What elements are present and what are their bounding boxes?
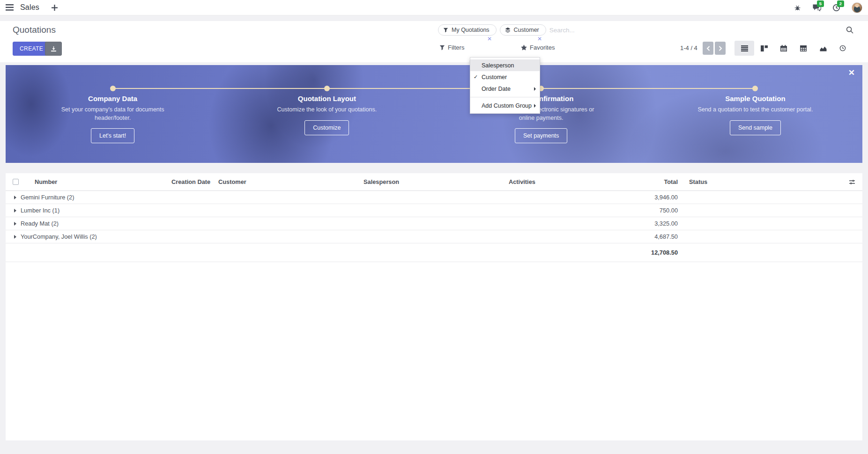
menu-item-label: Salesperson [482, 62, 514, 69]
menu-item-order-date[interactable]: Order Date [470, 83, 540, 95]
top-navbar: Sales 5 2 [0, 0, 868, 15]
group-name: Lumber Inc (1) [21, 207, 59, 214]
menu-item-customer[interactable]: ✓ Customer [470, 71, 540, 83]
plus-icon[interactable] [52, 5, 58, 11]
group-row-ready-mat[interactable]: Ready Mat (2) 3,325.00 [6, 217, 862, 230]
submenu-caret-icon [534, 104, 536, 108]
column-header-status[interactable]: Status [683, 178, 842, 185]
step-title: Order Confirmation [434, 95, 648, 103]
column-header-number[interactable]: Number [24, 178, 165, 185]
column-header-creation-date[interactable]: Creation Date [165, 178, 212, 185]
facet-my-quotations[interactable]: My Quotations [438, 24, 497, 36]
list-header-row: Number Creation Date Customer Salesperso… [6, 173, 862, 191]
step-title: Company Data [6, 95, 220, 103]
expand-caret-icon[interactable] [14, 222, 16, 226]
pager-value: 1-4 / 4 [680, 44, 697, 51]
group-by-dropdown: Salesperson ✓ Customer Order Date Add Cu… [470, 57, 540, 114]
menu-item-label: Order Date [482, 86, 511, 92]
filter-icon [439, 45, 445, 51]
debug-bug-icon[interactable] [794, 4, 801, 11]
export-button[interactable] [45, 42, 62, 56]
group-total: 3,325.00 [589, 220, 683, 227]
expand-caret-icon[interactable] [14, 235, 16, 239]
control-panel: Quotations CREATE My Quotations Customer… [0, 21, 868, 62]
user-avatar[interactable] [852, 2, 862, 13]
activity-view-button[interactable] [833, 41, 853, 56]
step-dot [324, 86, 330, 91]
hamburger-menu-icon[interactable] [6, 4, 14, 11]
group-total: 4,687.50 [589, 233, 683, 240]
submenu-caret-icon [534, 87, 536, 91]
lets-start-button[interactable]: Let's start! [91, 128, 134, 143]
send-sample-button[interactable]: Send sample [730, 120, 781, 135]
group-total: 750.00 [589, 207, 683, 214]
list-view-button[interactable] [734, 41, 754, 56]
pager-next-button[interactable] [715, 42, 726, 55]
column-header-customer[interactable]: Customer [212, 178, 357, 185]
group-name: Gemini Furniture (2) [21, 194, 74, 201]
page-title: Quotations [13, 25, 56, 35]
topbar-right-cluster: 5 2 [794, 2, 862, 13]
favorites-label: Favorites [530, 44, 555, 51]
search-icon[interactable] [846, 26, 853, 34]
column-header-salesperson[interactable]: Salesperson [357, 178, 502, 185]
pivot-view-button[interactable] [794, 41, 813, 56]
messages-icon[interactable]: 5 [812, 4, 821, 11]
filter-icon [443, 28, 448, 33]
pager-previous-button[interactable] [703, 42, 713, 55]
group-total: 3,946.00 [589, 194, 683, 201]
customize-button[interactable]: Customize [304, 120, 349, 135]
step-title: Quotation Layout [220, 95, 434, 103]
menu-separator [470, 97, 540, 97]
favorites-button[interactable]: Favorites [521, 44, 555, 51]
filters-label: Filters [448, 44, 464, 51]
remove-facet-icon[interactable]: ✕ [537, 36, 542, 42]
calendar-view-button[interactable] [774, 41, 794, 56]
checkmark-icon: ✓ [474, 74, 478, 80]
step-description: Customize the look of your quotations. [268, 106, 386, 114]
menu-item-label: Add Custom Group [482, 103, 532, 109]
menu-item-salesperson[interactable]: Salesperson [470, 59, 540, 71]
star-icon [521, 44, 527, 51]
view-switcher [734, 41, 853, 56]
group-row-yourcompany-joel-willis[interactable]: YourCompany, Joel Willis (2) 4,687.50 [6, 230, 862, 243]
select-all-checkbox[interactable] [13, 179, 19, 185]
group-name: YourCompany, Joel Willis (2) [21, 233, 97, 240]
search-input[interactable] [549, 27, 746, 34]
column-header-activities[interactable]: Activities [502, 178, 589, 185]
kanban-view-button[interactable] [754, 41, 774, 56]
set-payments-button[interactable]: Set payments [515, 128, 567, 143]
group-row-lumber-inc[interactable]: Lumber Inc (1) 750.00 [6, 204, 862, 217]
step-dot [752, 86, 758, 91]
facet-label: My Quotations [452, 27, 490, 33]
column-header-total[interactable]: Total [589, 178, 683, 185]
step-dot [110, 86, 116, 91]
onboarding-step-company-data: Company Data Set your company's data for… [6, 65, 220, 163]
step-title: Sample Quotation [648, 95, 862, 103]
graph-view-button[interactable] [813, 41, 833, 56]
filters-button[interactable]: Filters [439, 44, 464, 51]
onboarding-step-order-confirmation: Order Confirmation Choose between electr… [434, 65, 648, 163]
group-row-gemini-furniture[interactable]: Gemini Furniture (2) 3,946.00 [6, 191, 862, 204]
expand-caret-icon[interactable] [14, 209, 16, 212]
menu-item-label: Customer [482, 74, 507, 81]
remove-facet-icon[interactable]: ✕ [487, 36, 492, 42]
banner-close-icon[interactable]: ✕ [848, 69, 855, 77]
quotations-list: Number Creation Date Customer Salesperso… [6, 173, 862, 440]
activity-clock-icon[interactable]: 2 [832, 4, 840, 12]
download-icon [51, 46, 57, 52]
facet-label: Customer [514, 27, 539, 33]
menu-item-add-custom-group[interactable]: Add Custom Group [470, 100, 540, 111]
facet-customer-groupby[interactable]: Customer [500, 24, 546, 36]
search-bar: My Quotations Customer [438, 24, 746, 36]
layers-icon [505, 27, 511, 33]
step-description: Set your company's data for documents he… [54, 106, 171, 122]
onboarding-step-sample-quotation: Sample Quotation Send a quotation to tes… [648, 65, 862, 163]
activity-count-badge: 2 [837, 0, 844, 7]
optional-columns-icon[interactable] [842, 179, 862, 185]
expand-caret-icon[interactable] [14, 196, 16, 199]
app-name[interactable]: Sales [20, 3, 39, 12]
onboarding-step-quotation-layout: Quotation Layout Customize the look of y… [220, 65, 434, 163]
step-description: Send a quotation to test the customer po… [697, 106, 814, 114]
footer-grand-total: 12,708.50 [589, 249, 683, 256]
